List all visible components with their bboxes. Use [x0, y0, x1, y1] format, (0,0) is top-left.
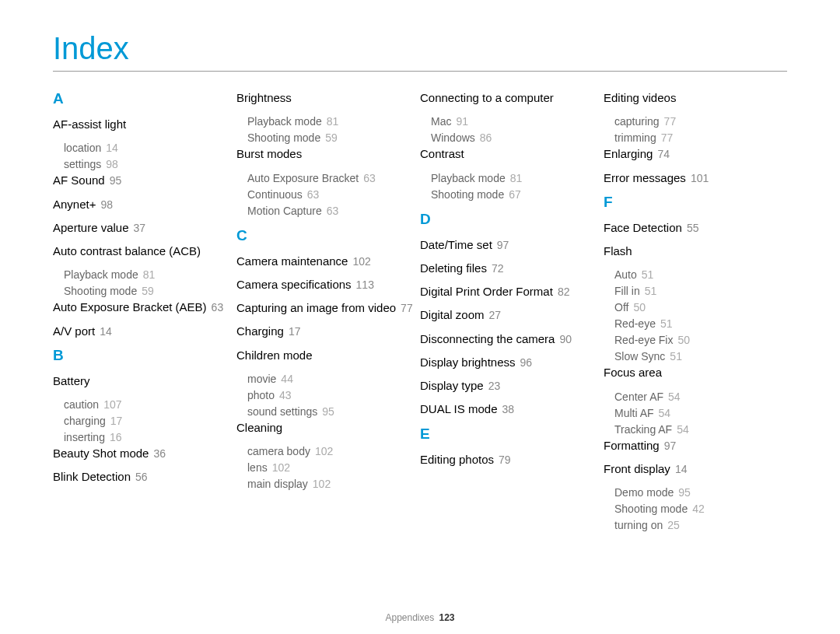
index-subentry-page: 51 — [660, 317, 673, 330]
index-entry: Focus area — [604, 365, 787, 380]
index-column: AAF-assist lightlocation14settings98AF S… — [53, 90, 236, 534]
index-entry-label: Aperture value — [53, 221, 129, 234]
index-subentry-label: lens — [247, 461, 268, 474]
index-entry-label: Blink Detection — [53, 470, 131, 483]
index-subentry: Shooting mode59 — [247, 130, 420, 146]
index-subentry-label: main display — [247, 478, 308, 490]
index-subentry: Red-eye Fix50 — [614, 332, 787, 349]
index-entry: Face Detection55 — [604, 220, 787, 236]
index-entry-label: Error messages — [604, 171, 686, 184]
index-entry-page: 97 — [497, 239, 509, 251]
index-subentry-page: 54 — [659, 407, 671, 419]
index-entry-label: Digital Print Order Format — [420, 285, 553, 298]
index-entry: A/V port14 — [53, 324, 236, 339]
index-subentry-page: 25 — [667, 519, 680, 531]
index-entry: Burst modes — [236, 146, 420, 162]
index-entry-page: 38 — [502, 403, 515, 415]
index-subentry: Fill in51 — [614, 283, 787, 299]
index-subentry-label: Slow Sync — [614, 350, 665, 363]
index-column: Editing videoscapturing77trimming77Enlar… — [604, 90, 787, 534]
index-entry-label: Formatting — [604, 439, 660, 452]
index-subentry-page: 81 — [510, 172, 523, 184]
index-subentry-label: Off — [614, 301, 628, 313]
index-entry: Editing videos — [604, 90, 787, 106]
footer: Appendixes 123 — [0, 612, 840, 623]
index-entry-label: AF Sound — [53, 173, 105, 187]
index-subentry-page: 16 — [110, 431, 122, 443]
page-title: Index — [53, 31, 787, 72]
index-subentry-page: 51 — [670, 350, 682, 363]
index-subentry: sound settings95 — [247, 404, 420, 420]
index-entry-label: Editing photos — [420, 453, 494, 466]
index-subentry: photo43 — [247, 387, 420, 404]
index-entry-label: Display type — [420, 379, 484, 392]
index-entry-label: Editing videos — [604, 91, 676, 104]
index-subentry-page: 81 — [143, 268, 156, 281]
index-entry-label: Front display — [604, 462, 670, 475]
footer-page: 123 — [439, 612, 455, 623]
index-subentry-label: capturing — [614, 115, 660, 128]
index-entry-label: Focus area — [604, 366, 662, 379]
index-subentry: inserting16 — [64, 429, 236, 446]
index-subentry-page: 95 — [678, 486, 691, 499]
index-subentry-label: Windows — [431, 131, 475, 144]
index-subentry-label: Playback mode — [431, 172, 506, 184]
index-entry-page: 79 — [499, 454, 511, 466]
index-subentry-page: 51 — [642, 268, 654, 281]
index-entry: Error messages101 — [604, 170, 787, 186]
index-letter-heading: C — [236, 227, 420, 244]
index-subentry-label: Auto Exposure Bracket — [247, 172, 359, 184]
index-entry-label: Deleting files — [420, 261, 487, 275]
index-entry: DUAL IS mode38 — [420, 401, 604, 417]
index-subentry-label: Center AF — [614, 391, 663, 403]
index-entry: Editing photos79 — [420, 452, 604, 468]
index-subentry-page: 59 — [142, 285, 154, 297]
index-entry-label: Date/Time set — [420, 238, 492, 251]
index-letter-heading: A — [53, 90, 236, 107]
index-subentry-label: sound settings — [247, 405, 317, 418]
index-subentry: camera body102 — [247, 443, 420, 460]
index-entry: Anynet+98 — [53, 197, 236, 212]
index-subentry: Slow Sync51 — [614, 349, 787, 365]
index-subentry: trimming77 — [614, 130, 787, 146]
index-column: Connecting to a computerMac91Windows86Co… — [420, 90, 604, 534]
index-entry: Display type23 — [420, 378, 604, 394]
index-entry-page: 56 — [135, 471, 148, 483]
index-subentry: Motion Capture63 — [247, 203, 420, 219]
index-entry-label: Enlarging — [604, 147, 653, 160]
index-subentry-label: movie — [247, 373, 276, 385]
index-entry: Display brightness96 — [420, 355, 604, 370]
index-subentry-label: inserting — [64, 431, 105, 443]
index-entry-label: Digital zoom — [420, 308, 485, 321]
index-subentry-label: trimming — [614, 131, 656, 144]
footer-section: Appendixes — [385, 612, 434, 623]
index-subentry: Shooting mode59 — [64, 283, 236, 299]
index-subentry-label: Fill in — [614, 285, 640, 297]
index-subentry: Continuous63 — [247, 187, 420, 203]
index-subentry-page: 63 — [307, 188, 320, 201]
index-entry: AF-assist light — [53, 117, 236, 132]
index-subentry-page: 42 — [692, 503, 705, 515]
index-subentry-page: 44 — [281, 373, 293, 385]
index-entry-label: Display brightness — [420, 356, 516, 369]
index-subentry-label: caution — [64, 398, 99, 411]
index-entry: Camera maintenance102 — [236, 254, 420, 269]
index-subentry: Windows86 — [431, 130, 604, 146]
index-subentry: location14 — [64, 140, 236, 156]
index-subentry: Tracking AF54 — [614, 422, 787, 438]
index-entry: Brightness — [236, 90, 420, 106]
index-entry-label: Cleaning — [236, 421, 282, 434]
index-entry: Disconnecting the camera90 — [420, 331, 604, 347]
index-entry-label: Flash — [604, 244, 632, 257]
index-subentry: Shooting mode67 — [431, 187, 604, 203]
index-subentry-label: Shooting mode — [614, 503, 688, 515]
index-subentry-label: Playback mode — [247, 115, 322, 128]
index-entry-page: 74 — [657, 148, 670, 160]
index-subentry: charging17 — [64, 413, 236, 429]
index-entry-page: 98 — [100, 198, 113, 211]
index-subentry-label: Playback mode — [64, 268, 138, 281]
index-subentry-label: Shooting mode — [247, 131, 320, 144]
index-entry-label: Camera specifications — [236, 278, 352, 291]
index-subentry-label: Tracking AF — [614, 423, 672, 436]
index-entry-label: Disconnecting the camera — [420, 332, 555, 345]
